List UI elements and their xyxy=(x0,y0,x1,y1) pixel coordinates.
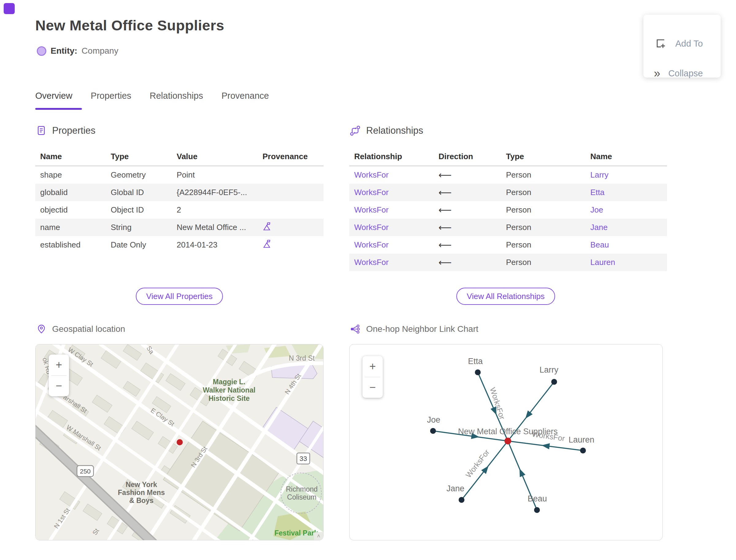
relationships-table-header: Relationship Direction Type Name xyxy=(349,147,667,166)
properties-icon xyxy=(36,125,47,136)
tab-bar: Overview Properties Relationships Proven… xyxy=(35,91,269,108)
relationships-section-title: Relationships xyxy=(366,125,423,136)
direction-arrow: ⟵ xyxy=(434,240,501,250)
chart-zoom-in-button[interactable]: + xyxy=(362,356,383,377)
relationships-icon xyxy=(350,125,361,136)
entity-detail-page: New Metal Office Suppliers Entity: Compa… xyxy=(0,0,736,560)
node-beau[interactable] xyxy=(534,507,540,513)
svg-text:Lauren: Lauren xyxy=(569,435,594,444)
geospatial-section-title: Geospatial location xyxy=(52,324,125,334)
entity-link[interactable]: Larry xyxy=(585,170,667,180)
map-zoom-out-button[interactable]: − xyxy=(49,376,69,397)
node-larry[interactable] xyxy=(551,379,557,385)
entity-link[interactable]: Lauren xyxy=(585,258,667,267)
svg-text:& Boys: & Boys xyxy=(129,497,153,504)
node-labels: Etta Larry Joe Lauren Jane Beau New Meta… xyxy=(427,357,594,503)
map-zoom-in-button[interactable]: + xyxy=(49,355,69,375)
properties-table: Name Type Value Provenance shape Geometr… xyxy=(35,147,324,254)
relationship-link[interactable]: WorksFor xyxy=(349,223,434,232)
relationship-link[interactable]: WorksFor xyxy=(349,170,434,180)
route-shield-250: 250 xyxy=(77,466,94,477)
entity-badge: Entity: Company xyxy=(37,46,118,56)
svg-text:Historic Site: Historic Site xyxy=(209,394,250,402)
direction-arrow: ⟵ xyxy=(434,205,501,215)
relationship-row: WorksFor ⟵ Person Etta xyxy=(349,184,667,201)
node-etta[interactable] xyxy=(475,370,481,375)
link-chart-canvas[interactable]: WorksFor WorksFor WorksFor Etta Larry Jo… xyxy=(350,344,662,540)
relationship-row: WorksFor ⟵ Person Lauren xyxy=(349,254,667,271)
tab-properties[interactable]: Properties xyxy=(91,91,131,108)
svg-text:Joe: Joe xyxy=(427,415,440,424)
direction-arrow: ⟵ xyxy=(434,222,501,233)
svg-text:Jane: Jane xyxy=(447,484,465,493)
svg-text:33: 33 xyxy=(300,455,307,462)
map-attribution-expander[interactable]: ˄ xyxy=(314,532,323,540)
route-shield-33: 33 xyxy=(297,453,310,464)
view-all-properties-button[interactable]: View All Properties xyxy=(136,288,223,305)
node-jane[interactable] xyxy=(459,497,465,503)
double-chevron-right-icon: » xyxy=(654,67,660,79)
tab-overview[interactable]: Overview xyxy=(35,91,72,108)
map-pin-icon xyxy=(36,324,47,334)
location-marker[interactable] xyxy=(177,439,183,445)
provenance-flag-icon[interactable] xyxy=(263,239,272,249)
col-name: Name xyxy=(35,152,106,161)
col-direction: Direction xyxy=(434,152,501,161)
svg-text:N 3rd St: N 3rd St xyxy=(289,354,315,362)
entity-link[interactable]: Beau xyxy=(585,240,667,250)
node-center-company[interactable] xyxy=(504,438,511,444)
tab-provenance[interactable]: Provenance xyxy=(221,91,269,108)
relationship-row: WorksFor ⟵ Person Larry xyxy=(349,166,667,184)
collapse-button[interactable]: » Collapse xyxy=(654,67,703,79)
relationship-link[interactable]: WorksFor xyxy=(349,258,434,267)
col-name: Name xyxy=(585,152,667,161)
entity-link[interactable]: Joe xyxy=(585,205,667,215)
add-to-label: Add To xyxy=(675,39,703,49)
svg-text:Maggie L.: Maggie L. xyxy=(213,378,245,386)
property-row: established Date Only 2014-01-23 xyxy=(35,236,324,254)
chart-zoom-out-button[interactable]: − xyxy=(362,377,383,398)
direction-arrow: ⟵ xyxy=(434,170,501,180)
direction-arrow: ⟵ xyxy=(434,187,501,198)
geospatial-section-header: Geospatial location xyxy=(36,324,125,334)
entity-type-value: Company xyxy=(82,46,118,56)
properties-table-header: Name Type Value Provenance xyxy=(35,147,324,166)
svg-text:New York: New York xyxy=(126,481,157,489)
svg-text:WorksFor: WorksFor xyxy=(464,448,491,479)
svg-text:Fashion Mens: Fashion Mens xyxy=(118,489,165,497)
collapse-label: Collapse xyxy=(668,68,703,79)
view-all-relationships-button[interactable]: View All Relationships xyxy=(456,288,555,305)
chart-zoom-control: + − xyxy=(362,356,383,398)
link-chart-card: WorksFor WorksFor WorksFor Etta Larry Jo… xyxy=(349,344,663,540)
link-chart-section-header: One-hop Neighbor Link Chart xyxy=(350,324,478,334)
relationship-link[interactable]: WorksFor xyxy=(349,240,434,250)
relationship-row: WorksFor ⟵ Person Joe xyxy=(349,201,667,219)
add-to-button[interactable]: Add To xyxy=(654,37,703,50)
property-row: globalid Global ID {A228944F-0EF5-... xyxy=(35,184,324,201)
relationships-table: Relationship Direction Type Name WorksFo… xyxy=(349,147,667,271)
col-provenance: Provenance xyxy=(258,152,324,161)
col-type: Type xyxy=(501,152,585,161)
node-joe[interactable] xyxy=(430,428,436,434)
entity-type-dot xyxy=(37,46,46,56)
node-lauren[interactable] xyxy=(580,448,586,454)
properties-section-header: Properties xyxy=(36,125,95,136)
active-tab-underline xyxy=(35,108,82,110)
center-node-label: New Metal Office Suppliers xyxy=(458,427,558,436)
relationship-link[interactable]: WorksFor xyxy=(349,205,434,215)
provenance-flag-icon[interactable] xyxy=(263,221,272,231)
map-canvas[interactable]: 250 33 ok Rd W Clay St Sa arshall St W M… xyxy=(36,344,323,540)
relationship-row: WorksFor ⟵ Person Jane xyxy=(349,219,667,236)
entity-label: Entity: xyxy=(51,46,77,56)
col-relationship: Relationship xyxy=(349,152,434,161)
map-zoom-control: + − xyxy=(49,355,69,396)
tab-relationships[interactable]: Relationships xyxy=(150,91,203,108)
entity-link[interactable]: Etta xyxy=(585,188,667,197)
relationship-link[interactable]: WorksFor xyxy=(349,188,434,197)
direction-arrow: ⟵ xyxy=(434,257,501,268)
svg-text:Walker National: Walker National xyxy=(203,386,255,394)
entity-link[interactable]: Jane xyxy=(585,223,667,232)
svg-text:Coliseum: Coliseum xyxy=(287,493,316,501)
svg-text:250: 250 xyxy=(80,468,90,475)
svg-text:Festival Park: Festival Park xyxy=(274,529,318,537)
